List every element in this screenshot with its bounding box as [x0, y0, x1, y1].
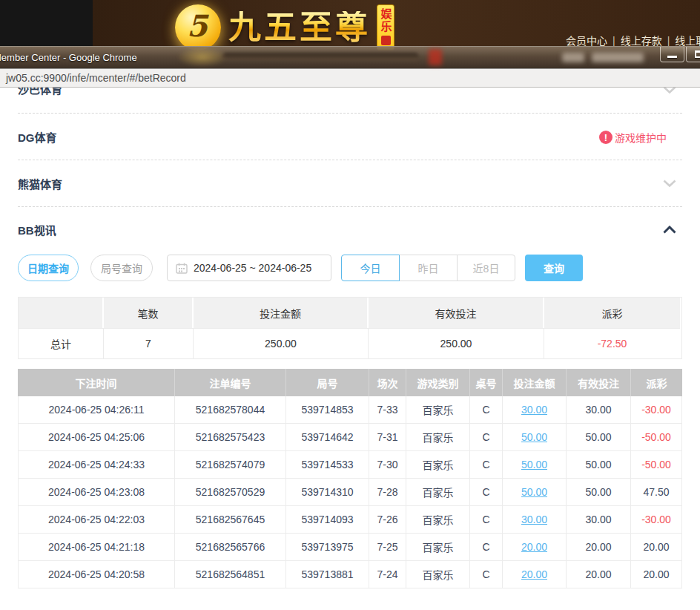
round-number: 539714853: [286, 396, 369, 424]
logo-text: 九五至尊: [228, 11, 371, 44]
logo-entertainment-badge: 娱乐: [377, 4, 394, 50]
quick-today-button[interactable]: 今日: [341, 255, 400, 281]
window-title: Member Center - Google Chrome: [0, 52, 137, 63]
order-number: 521682567645: [175, 506, 286, 534]
page-url: jw05.cc:9900/infe/mcenter/#/betRecord: [0, 72, 186, 84]
col-game-type: 游戏类别: [406, 369, 470, 396]
maintenance-text: 游戏维护中: [615, 130, 667, 145]
section-bb-live[interactable]: BB视讯: [18, 223, 56, 237]
bet-table-header: 下注时间 注单编号 局号 场次 游戏类别 桌号 投注金额 有效投注 派彩: [18, 369, 682, 396]
bet-time: 2024-06-25 04:26:11: [18, 396, 175, 424]
round-number: 539714642: [286, 424, 369, 451]
quick-yesterday-button[interactable]: 昨日: [399, 255, 458, 281]
summary-header-bet-amount: 投注金额: [194, 298, 369, 328]
table-code: C: [470, 451, 503, 479]
nav-member-center[interactable]: 会员中心: [566, 35, 607, 47]
nav-online-deposit[interactable]: 线上存款: [621, 35, 662, 47]
minimize-icon: [667, 56, 677, 58]
game-type: 百家乐: [406, 506, 470, 534]
bet-amount-link[interactable]: 50.00: [503, 424, 567, 451]
section-panda-sports[interactable]: 熊猫体育: [18, 177, 62, 191]
summary-bet-amount-value: 250.00: [194, 328, 369, 358]
chevron-up-icon[interactable]: [663, 226, 676, 234]
browser-addressbar[interactable]: jw05.cc:9900/infe/mcenter/#/betRecord: [0, 68, 700, 88]
table-code: C: [470, 396, 503, 424]
session: 7-28: [369, 479, 406, 506]
round-number: 539714310: [286, 479, 369, 506]
section-saba-sports[interactable]: 沙巴体育: [18, 88, 62, 96]
valid-bet: 50.00: [567, 451, 631, 479]
summary-count-value: 7: [104, 328, 194, 358]
game-type: 百家乐: [406, 534, 470, 561]
session: 7-24: [369, 561, 406, 588]
summary-table: 笔数 投注金额 有效投注 派彩 总计 7 250.00 250.00 -72.5…: [18, 297, 682, 359]
summary-header-count: 笔数: [104, 298, 194, 328]
session: 7-30: [369, 451, 406, 479]
page-content: 沙巴体育 DG体育 ! 游戏维护中 熊猫体育 BB视讯 日期查询 局号查询: [0, 88, 700, 610]
browser-titlebar[interactable]: Member Center - Google Chrome: [0, 46, 700, 68]
payout: -30.00: [631, 396, 682, 424]
exclamation-icon: !: [599, 131, 612, 144]
tab-round-query[interactable]: 局号查询: [90, 255, 153, 281]
payout: -50.00: [631, 451, 682, 479]
table-row: 2024-06-25 04:21:18 521682565766 5397139…: [18, 534, 682, 561]
summary-header-valid-bet: 有效投注: [369, 298, 544, 328]
col-bet-time: 下注时间: [18, 369, 175, 396]
summary-header-row: 笔数 投注金额 有效投注 派彩: [19, 298, 681, 328]
bet-amount-link[interactable]: 20.00: [503, 561, 567, 588]
bet-time: 2024-06-25 04:23:08: [18, 479, 175, 506]
date-range-input[interactable]: 2024-06-25 ~ 2024-06-25: [167, 255, 331, 281]
order-number: 521682578044: [175, 396, 286, 424]
valid-bet: 50.00: [567, 479, 631, 506]
summary-header-payout: 派彩: [544, 298, 680, 328]
summary-valid-bet-value: 250.00: [369, 328, 544, 358]
order-number: 521682564851: [175, 561, 286, 588]
site-logo: 5 九五至尊 娱乐: [175, 4, 394, 50]
summary-total-label: 总计: [19, 328, 104, 358]
order-number: 521682570529: [175, 479, 286, 506]
logo-coin-icon: 5: [175, 4, 221, 50]
table-row: 2024-06-25 04:23:08 521682570529 5397143…: [18, 479, 682, 506]
col-table-code: 桌号: [470, 369, 503, 396]
bet-amount-link[interactable]: 30.00: [503, 396, 567, 424]
bet-amount-link[interactable]: 20.00: [503, 534, 567, 561]
bet-amount-link[interactable]: 50.00: [503, 479, 567, 506]
payout: -50.00: [631, 424, 682, 451]
col-valid-bet: 有效投注: [567, 369, 631, 396]
payout: -30.00: [631, 506, 682, 534]
badge-text: 娱乐: [380, 8, 392, 33]
bet-amount-link[interactable]: 50.00: [503, 451, 567, 479]
logo-symbol: 5: [187, 11, 208, 41]
bet-time: 2024-06-25 04:21:18: [18, 534, 175, 561]
chevron-down-icon[interactable]: [663, 180, 676, 188]
table-code: C: [470, 479, 503, 506]
table-row: 2024-06-25 04:22:03 521682567645 5397140…: [18, 506, 682, 534]
tab-date-query[interactable]: 日期查询: [18, 255, 79, 281]
maximize-button[interactable]: [686, 47, 700, 62]
section-dg-sports[interactable]: DG体育: [18, 131, 57, 145]
nav-separator: |: [612, 35, 615, 47]
col-round-number: 局号: [286, 369, 369, 396]
bet-record-table: 下注时间 注单编号 局号 场次 游戏类别 桌号 投注金额 有效投注 派彩 202…: [18, 369, 682, 588]
summary-payout-value: -72.50: [544, 328, 680, 358]
blurred-account-value: [592, 53, 644, 62]
chevron-down-icon[interactable]: [663, 88, 676, 94]
order-number: 521682574079: [175, 451, 286, 479]
col-payout: 派彩: [631, 369, 682, 396]
calendar-icon: [176, 263, 188, 274]
valid-bet: 50.00: [567, 424, 631, 451]
search-button[interactable]: 查询: [525, 255, 583, 281]
game-type: 百家乐: [406, 479, 470, 506]
game-type: 百家乐: [406, 424, 470, 451]
divider: [18, 113, 682, 114]
screen: 5 九五至尊 娱乐 会员中心|线上存款|线上取款 Member Center -…: [0, 0, 700, 610]
round-number: 539714533: [286, 451, 369, 479]
quick-8days-button[interactable]: 近8日: [457, 255, 515, 281]
payout: 47.50: [631, 479, 682, 506]
valid-bet: 20.00: [567, 561, 631, 588]
payout: 20.00: [631, 534, 682, 561]
nav-online-withdraw[interactable]: 线上取款: [675, 35, 700, 47]
quick-range-group: 今日 昨日 近8日: [341, 255, 515, 281]
minimize-button[interactable]: [660, 47, 684, 62]
bet-amount-link[interactable]: 30.00: [503, 506, 567, 534]
